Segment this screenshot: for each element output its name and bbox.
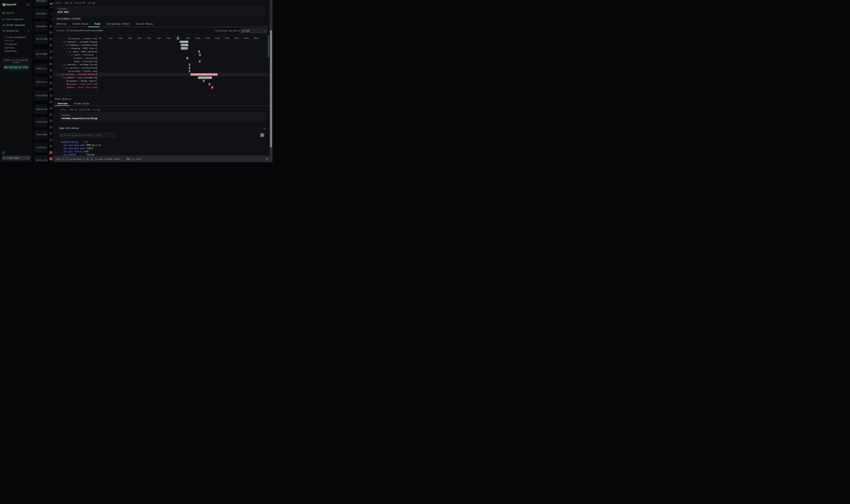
span-bar[interactable]: Convert conversion [189,70,190,73]
attribute-key[interactable]: rpc.grpc.status_code [64,150,88,153]
chevron-down-icon[interactable] [62,44,64,46]
event-list-row[interactable] [48,118,53,124]
preset-services[interactable]: Services [5,47,14,49]
get-started-button[interactable]: Get Started for Free [4,65,28,69]
event-list-row[interactable] [48,36,53,42]
event-list-row[interactable] [48,30,53,36]
span-bar[interactable]: POST /getquote [198,50,200,53]
session-card[interactable]: Roderick_S [34,64,48,74]
tab-overview[interactable]: Overview [56,23,66,25]
tab-trace[interactable]: Trace [94,23,101,25]
trace-row[interactable]: payment | Charge request rec…Charge requ… [53,79,272,83]
span-bar[interactable]: Calculated quote [186,57,188,59]
highlighted-filter-button[interactable]: Highlighted [51,17,53,21]
trace-row[interactable]: (3)payment | grpc.oteldemo.Paymen…grpc.o… [53,76,272,79]
event-list-row[interactable] [48,49,53,55]
span-bar[interactable]: POST http://quo [181,47,188,50]
create-dashboard-link[interactable]: + Create Dashboard [4,36,26,38]
sidebar-item-chart-explorer[interactable]: Chart Explorer [0,17,32,21]
trace-row[interactable]: quote | Calculated q…Calculated quote [53,56,272,60]
sidebar-item-client-sessions[interactable]: Client Sessions [0,23,32,27]
attribute-key[interactable]: net.sock.peer.addr [64,144,85,146]
trace-row[interactable]: payment | Visa cache full: c…Visa cache … [53,83,272,86]
session-card[interactable]: Dolly.Lubo [34,155,48,162]
tab-surrounding-context[interactable]: Surrounding Context [107,23,130,25]
trace-row[interactable]: (1)checkout | oteldemo.ShippingSe…otelde… [53,40,272,43]
chevron-down-icon[interactable] [59,74,60,75]
session-card[interactable]: Kieran92@h [34,91,48,101]
trace-row[interactable]: currency | Convert convers…Convert conve… [53,70,272,73]
chevron-down-icon[interactable] [61,77,62,78]
trace-row[interactable]: (1)currency | Currency/ConvertCurrency/C… [53,66,272,70]
event-list-row[interactable] [48,86,53,93]
session-card[interactable]: Anonymous [34,21,48,31]
event-list-row[interactable] [48,42,53,49]
close-icon[interactable] [266,158,268,161]
trace-row[interactable]: (2)quote | {closure}{closure} [53,53,272,56]
session-card[interactable]: Ernesto33@ [34,117,48,127]
span-bar[interactable]: Visa cache full [209,83,210,86]
session-card[interactable]: Shaniya.Sc [34,77,48,87]
service-name-chip[interactable]: ServiceName: frontend [56,17,82,20]
chevron-down-icon[interactable] [61,41,62,43]
tab-session-replay[interactable]: Session Replay [136,23,153,25]
event-list-row[interactable] [48,99,53,105]
trace-row[interactable]: (1)checkout | oteldemo.PaymentServi…otel… [53,73,272,76]
events-search-input[interactable]: Search [49,12,53,16]
session-card[interactable]: Howard.Run [34,104,48,114]
collapse-section-icon[interactable] [263,127,266,130]
chevron-down-icon[interactable] [64,48,66,49]
help-button[interactable]: ? [1,150,5,155]
event-tab-column-values[interactable]: Column Values [74,102,89,105]
span-bar[interactable]: calculate-quote [199,60,201,63]
sidebar-item-dashboards[interactable]: Dashboards [0,29,32,33]
preset-kubernetes[interactable]: Kubernetes [5,50,17,52]
event-list-row[interactable] [48,67,53,74]
edit-pencil-icon[interactable] [99,29,101,33]
collapse-sidebar-icon[interactable] [27,3,30,6]
span-bar[interactable]: oteldemo.ShippingService [180,41,188,43]
preset-clickhouse[interactable]: Clickhouse [5,43,17,46]
page-scrollbar-thumb[interactable] [270,30,272,147]
session-card[interactable]: Anonymous [34,0,48,6]
session-card[interactable]: Deion37@gm [34,34,48,44]
event-list-row[interactable] [48,105,53,112]
attribute-key[interactable]: rpc.method [64,154,75,156]
span-bar[interactable]: grpc.oteldemo.PaymentService [198,76,212,79]
session-card[interactable]: Anonymous [34,8,48,19]
event-list-row[interactable] [48,93,53,99]
attributes-search-input[interactable]: Search properties by key or value [59,133,115,137]
log-source-select[interactable]: Logs [240,29,267,33]
gear-icon[interactable] [260,133,264,137]
event-list-row[interactable] [48,137,53,143]
event-list-row[interactable] [48,23,53,30]
waterfall-scrollbar-thumb[interactable] [268,36,269,57]
sidebar-item-search[interactable]: Search [0,11,32,15]
trace-row[interactable]: payment | Error: Visa cache ful…Error: V… [53,86,272,89]
event-list-row[interactable] [48,55,53,61]
event-list-row[interactable] [48,112,53,118]
event-list-row[interactable] [48,143,53,149]
span-bar[interactable]: Error: Visa cache full [211,86,213,89]
event-list-row[interactable] [48,80,53,86]
trace-row[interactable]: (1)shipping | oteldemo.Shipping…oteldemo… [53,43,272,47]
span-bar[interactable]: {closure} [199,54,201,56]
event-list-row[interactable] [48,156,53,162]
chevron-down-icon[interactable] [61,64,62,66]
session-card[interactable]: Walton9@ho [34,49,48,59]
tab-column-values[interactable]: Column Values [72,23,88,25]
chevron-down-icon[interactable] [66,51,68,53]
span-bar[interactable]: oteldemo.Shipping [181,44,188,47]
session-card[interactable]: Jonathan.B [34,143,48,152]
event-list-row[interactable] [48,74,53,80]
event-list-row[interactable] [48,130,53,137]
trace-row[interactable]: (1)quote | POST /getquotePOST /getquote [53,50,272,53]
attribute-key[interactable]: net.sock.peer.port [64,147,85,150]
chevron-down-icon[interactable] [68,54,70,56]
event-list-row[interactable] [48,124,53,130]
trace-row[interactable]: quote | calculate-quotecalculate-quote [53,60,272,63]
attributes-root-row[interactable]: ▾SpanAttributes {} 6 keys [60,141,78,143]
span-bar[interactable]: oteldemo.CurrencyService [189,64,190,66]
event-list-row[interactable] [48,149,53,156]
local-mode-menu[interactable]: U Local mode [2,156,31,160]
